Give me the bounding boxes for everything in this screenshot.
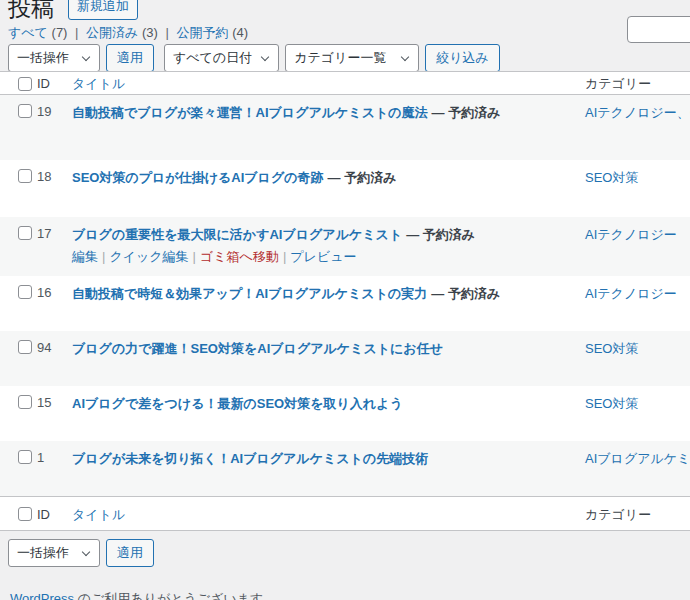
view-scheduled-label: 公開予約 — [177, 25, 229, 40]
row-checkbox[interactable] — [18, 450, 32, 464]
edit-link[interactable]: 編集 — [72, 249, 98, 264]
bulk-actions-select-bottom[interactable]: 一括操作 — [8, 539, 100, 567]
post-id: 18 — [37, 169, 51, 184]
apply-button[interactable]: 適用 — [106, 44, 154, 72]
row-checkbox[interactable] — [18, 104, 32, 118]
post-category-links[interactable]: AIテクノロジー — [585, 285, 677, 303]
column-footer-category: カテゴリー — [585, 497, 651, 532]
action-separator: | — [283, 249, 286, 264]
wordpress-link[interactable]: WordPress — [10, 591, 74, 600]
filter-button[interactable]: 絞り込み — [425, 44, 500, 72]
category-filter-select[interactable]: カテゴリー一覧 — [285, 44, 419, 72]
post-title-link[interactable]: SEO対策のプロが仕掛けるAIブログの奇跡 — [72, 170, 324, 185]
view-all-count: (7) — [52, 25, 68, 40]
date-filter-select[interactable]: すべての日付 — [164, 44, 279, 72]
post-category-links[interactable]: AIブログアルケミスト — [585, 450, 690, 468]
view-separator: | — [166, 25, 169, 40]
view-filter-links: すべて (7) | 公開済み (3) | 公開予約 (4) — [8, 24, 248, 42]
select-all-checkbox[interactable] — [18, 507, 32, 521]
row-checkbox[interactable] — [18, 285, 32, 299]
table-row: 1 ブログが未来を切り拓く！AIブログアルケミストの先端技術 AIブログアルケミ… — [0, 441, 690, 496]
post-state: — 予約済み — [328, 170, 397, 185]
add-new-button[interactable]: 新規追加 — [68, 0, 138, 20]
row-checkbox[interactable] — [18, 340, 32, 354]
post-category-links[interactable]: AIテクノロジー — [585, 226, 677, 244]
table-footer-row: ID タイトル カテゴリー — [0, 496, 690, 531]
post-category-links[interactable]: SEO対策 — [585, 395, 638, 413]
action-separator: | — [193, 249, 196, 264]
post-title-link[interactable]: 自動投稿でブログが楽々運営！AIブログアルケミストの魔法 — [72, 105, 428, 120]
bulk-actions-select[interactable]: 一括操作 — [8, 44, 100, 72]
view-all-link[interactable]: すべて — [8, 25, 48, 40]
post-title-link[interactable]: 自動投稿で時短＆効果アップ！AIブログアルケミストの実力 — [72, 286, 427, 301]
post-state: — 予約済み — [406, 227, 475, 242]
column-header-category: カテゴリー — [585, 72, 651, 96]
post-title-link[interactable]: ブログの力で躍進！SEO対策をAIブログアルケミストにお任せ — [72, 341, 443, 356]
column-footer-title[interactable]: タイトル — [72, 497, 125, 532]
chevron-down-icon — [82, 548, 90, 556]
row-checkbox[interactable] — [18, 169, 32, 183]
date-filter-label: すべての日付 — [173, 50, 252, 65]
row-actions: 編集|クイック編集|ゴミ箱へ移動|プレビュー — [72, 248, 570, 266]
post-state: — 予約済み — [431, 286, 500, 301]
tablenav-top: 一括操作 適用 すべての日付 カテゴリー一覧 絞り込み — [8, 44, 500, 72]
action-separator: | — [102, 249, 105, 264]
post-id: 17 — [37, 226, 51, 241]
post-category-links[interactable]: SEO対策 — [585, 169, 638, 187]
post-category-links[interactable]: AIテクノロジー、ChatGPT活用 — [585, 104, 690, 122]
column-footer-id: ID — [37, 497, 50, 532]
bulk-actions-label: 一括操作 — [17, 50, 69, 65]
page-header: 投稿 新規追加 — [8, 0, 138, 23]
posts-table: ID タイトル カテゴリー 19 自動投稿でブログが楽々運営！AIブログアルケミ… — [0, 71, 690, 531]
select-all-checkbox[interactable] — [18, 77, 32, 91]
preview-link[interactable]: プレビュー — [290, 249, 356, 264]
view-scheduled-count: (4) — [232, 25, 248, 40]
table-row: 19 自動投稿でブログが楽々運営！AIブログアルケミストの魔法— 予約済み AI… — [0, 95, 690, 160]
apply-button-bottom[interactable]: 適用 — [106, 539, 154, 567]
footer-thanks: WordPress のご利用ありがとうございます。 — [10, 590, 276, 600]
view-published-count: (3) — [142, 25, 158, 40]
row-checkbox[interactable] — [18, 226, 32, 240]
search-input[interactable] — [627, 16, 690, 43]
post-title-link[interactable]: ブログの重要性を最大限に活かすAIブログアルケミスト — [72, 227, 402, 242]
tablenav-bottom: 一括操作 適用 — [8, 539, 154, 567]
row-checkbox[interactable] — [18, 395, 32, 409]
chevron-down-icon — [82, 53, 90, 61]
column-header-title[interactable]: タイトル — [72, 72, 125, 96]
post-category-links[interactable]: SEO対策 — [585, 340, 638, 358]
post-id: 16 — [37, 285, 51, 300]
page-title: 投稿 — [8, 0, 54, 23]
footer-thanks-text: のご利用ありがとうございます。 — [74, 591, 276, 600]
view-separator: | — [75, 25, 78, 40]
post-id: 1 — [37, 450, 44, 465]
chevron-down-icon — [401, 53, 409, 61]
table-row: 16 自動投稿で時短＆効果アップ！AIブログアルケミストの実力— 予約済み AI… — [0, 276, 690, 331]
table-row: 94 ブログの力で躍進！SEO対策をAIブログアルケミストにお任せ SEO対策 — [0, 331, 690, 386]
view-all-label: すべて — [8, 25, 48, 40]
view-published-label: 公開済み — [86, 25, 138, 40]
category-filter-label: カテゴリー一覧 — [294, 50, 386, 65]
bulk-actions-label: 一括操作 — [17, 545, 69, 560]
post-id: 94 — [37, 340, 51, 355]
table-row: 15 AIブログで差をつける！最新のSEO対策を取り入れよう SEO対策 — [0, 386, 690, 441]
post-id: 15 — [37, 395, 51, 410]
post-state: — 予約済み — [432, 105, 501, 120]
trash-link[interactable]: ゴミ箱へ移動 — [200, 249, 279, 264]
post-title-link[interactable]: AIブログで差をつける！最新のSEO対策を取り入れよう — [72, 396, 403, 411]
chevron-down-icon — [261, 53, 269, 61]
view-scheduled-link[interactable]: 公開予約 — [177, 25, 229, 40]
table-row: 18 SEO対策のプロが仕掛けるAIブログの奇跡— 予約済み SEO対策 — [0, 160, 690, 217]
table-row: 17 ブログの重要性を最大限に活かすAIブログアルケミスト— 予約済み 編集|ク… — [0, 217, 690, 276]
table-header-row: ID タイトル カテゴリー — [0, 71, 690, 95]
column-header-id: ID — [37, 72, 50, 96]
post-title-link[interactable]: ブログが未来を切り拓く！AIブログアルケミストの先端技術 — [72, 451, 428, 466]
quick-edit-link[interactable]: クイック編集 — [109, 249, 188, 264]
view-published-link[interactable]: 公開済み — [86, 25, 138, 40]
post-id: 19 — [37, 104, 51, 119]
